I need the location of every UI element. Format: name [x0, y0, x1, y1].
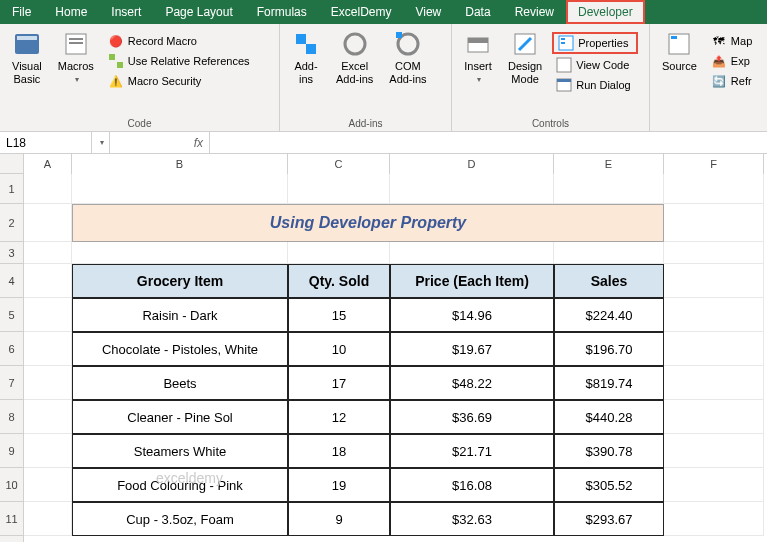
name-box[interactable]: L18: [0, 132, 92, 153]
col-header-a[interactable]: A: [24, 154, 72, 174]
menu-page-layout[interactable]: Page Layout: [153, 0, 244, 24]
menu-developer[interactable]: Developer: [566, 0, 645, 24]
menu-insert[interactable]: Insert: [99, 0, 153, 24]
menu-data[interactable]: Data: [453, 0, 502, 24]
com-addins-button[interactable]: COM Add-ins: [383, 28, 432, 88]
menu-formulas[interactable]: Formulas: [245, 0, 319, 24]
table-header[interactable]: Sales: [554, 264, 664, 298]
data-cell[interactable]: Food Colouring - Pink: [72, 468, 288, 502]
controls-group-label: Controls: [458, 116, 643, 129]
row-header-4[interactable]: 4: [0, 264, 23, 298]
data-cell[interactable]: $390.78: [554, 434, 664, 468]
data-cell[interactable]: Cup - 3.5oz, Foam: [72, 502, 288, 536]
menu-bar: File Home Insert Page Layout Formulas Ex…: [0, 0, 767, 24]
svg-rect-5: [109, 54, 115, 60]
data-cell[interactable]: 19: [288, 468, 390, 502]
data-cell[interactable]: $224.40: [554, 298, 664, 332]
row-header-6[interactable]: 6: [0, 332, 23, 366]
col-header-c[interactable]: C: [288, 154, 390, 174]
svg-rect-4: [69, 42, 83, 44]
row-header-3[interactable]: 3: [0, 242, 23, 264]
data-cell[interactable]: 18: [288, 434, 390, 468]
table-header[interactable]: Price (Each Item): [390, 264, 554, 298]
formula-input[interactable]: [210, 132, 767, 153]
data-cell[interactable]: Beets: [72, 366, 288, 400]
data-cell[interactable]: $32.63: [390, 502, 554, 536]
ribbon-group-controls: Insert ▾ Design Mode Properties View Cod…: [452, 24, 650, 131]
record-icon: 🔴: [108, 33, 124, 49]
data-cell[interactable]: 12: [288, 400, 390, 434]
source-button[interactable]: Source: [656, 28, 703, 75]
fx-label[interactable]: fx: [110, 132, 210, 153]
data-cell[interactable]: $196.70: [554, 332, 664, 366]
menu-home[interactable]: Home: [43, 0, 99, 24]
run-dialog-button[interactable]: Run Dialog: [552, 76, 638, 94]
data-cell[interactable]: Chocolate - Pistoles, White: [72, 332, 288, 366]
data-cell[interactable]: 9: [288, 502, 390, 536]
data-cell[interactable]: Raisin - Dark: [72, 298, 288, 332]
row-header-1[interactable]: 1: [0, 174, 23, 204]
row-header-2[interactable]: 2: [0, 204, 23, 242]
dropdown-icon: ▾: [477, 75, 481, 85]
row-header-5[interactable]: 5: [0, 298, 23, 332]
menu-review[interactable]: Review: [503, 0, 566, 24]
data-cell[interactable]: $293.67: [554, 502, 664, 536]
macro-security-button[interactable]: ⚠️Macro Security: [104, 72, 254, 90]
view-code-icon: [556, 57, 572, 73]
data-cell[interactable]: $305.52: [554, 468, 664, 502]
design-mode-button[interactable]: Design Mode: [502, 28, 548, 88]
grid[interactable]: Using Developer Property Grocery Item Qt…: [24, 174, 767, 542]
data-cell[interactable]: $14.96: [390, 298, 554, 332]
refresh-button[interactable]: 🔄Refr: [707, 72, 756, 90]
excel-addins-icon: [341, 30, 369, 58]
map-button[interactable]: 🗺Map: [707, 32, 756, 50]
ribbon: Visual Basic Macros ▾ 🔴Record Macro Use …: [0, 24, 767, 132]
table-header[interactable]: Qty. Sold: [288, 264, 390, 298]
col-header-f[interactable]: F: [664, 154, 764, 174]
security-icon: ⚠️: [108, 73, 124, 89]
use-relative-button[interactable]: Use Relative References: [104, 52, 254, 70]
data-cell[interactable]: $819.74: [554, 366, 664, 400]
macros-button[interactable]: Macros ▾: [52, 28, 100, 87]
data-cell[interactable]: 15: [288, 298, 390, 332]
data-cell[interactable]: 10: [288, 332, 390, 366]
data-cell[interactable]: $440.28: [554, 400, 664, 434]
data-cell[interactable]: $19.67: [390, 332, 554, 366]
ribbon-group-code: Visual Basic Macros ▾ 🔴Record Macro Use …: [0, 24, 280, 131]
sheet-title[interactable]: Using Developer Property: [72, 204, 664, 242]
data-cell[interactable]: $36.69: [390, 400, 554, 434]
insert-button[interactable]: Insert ▾: [458, 28, 498, 87]
svg-rect-7: [296, 34, 306, 44]
col-header-b[interactable]: B: [72, 154, 288, 174]
view-code-button[interactable]: View Code: [552, 56, 638, 74]
row-header-9[interactable]: 9: [0, 434, 23, 468]
table-header[interactable]: Grocery Item: [72, 264, 288, 298]
data-cell[interactable]: 17: [288, 366, 390, 400]
visual-basic-button[interactable]: Visual Basic: [6, 28, 48, 88]
record-macro-button[interactable]: 🔴Record Macro: [104, 32, 254, 50]
addins-button[interactable]: Add- ins: [286, 28, 326, 88]
svg-rect-13: [468, 38, 488, 43]
col-header-d[interactable]: D: [390, 154, 554, 174]
data-cell[interactable]: $16.08: [390, 468, 554, 502]
menu-exceldemy[interactable]: ExcelDemy: [319, 0, 404, 24]
expansion-button[interactable]: 📤Exp: [707, 52, 756, 70]
properties-button[interactable]: Properties: [552, 32, 638, 54]
row-header-7[interactable]: 7: [0, 366, 23, 400]
row-header-8[interactable]: 8: [0, 400, 23, 434]
name-box-dropdown[interactable]: ▾: [92, 132, 110, 153]
col-header-e[interactable]: E: [554, 154, 664, 174]
data-cell[interactable]: Steamers White: [72, 434, 288, 468]
excel-addins-button[interactable]: Excel Add-ins: [330, 28, 379, 88]
select-all-corner[interactable]: [0, 154, 24, 174]
data-cell[interactable]: $48.22: [390, 366, 554, 400]
column-headers-row: A B C D E F: [0, 154, 767, 174]
data-cell[interactable]: Cleaner - Pine Sol: [72, 400, 288, 434]
menu-file[interactable]: File: [0, 0, 43, 24]
svg-rect-20: [557, 79, 571, 82]
data-cell[interactable]: $21.71: [390, 434, 554, 468]
menu-view[interactable]: View: [403, 0, 453, 24]
row-header-10[interactable]: 10: [0, 468, 23, 502]
row-header-11[interactable]: 11: [0, 502, 23, 536]
svg-rect-8: [306, 44, 316, 54]
